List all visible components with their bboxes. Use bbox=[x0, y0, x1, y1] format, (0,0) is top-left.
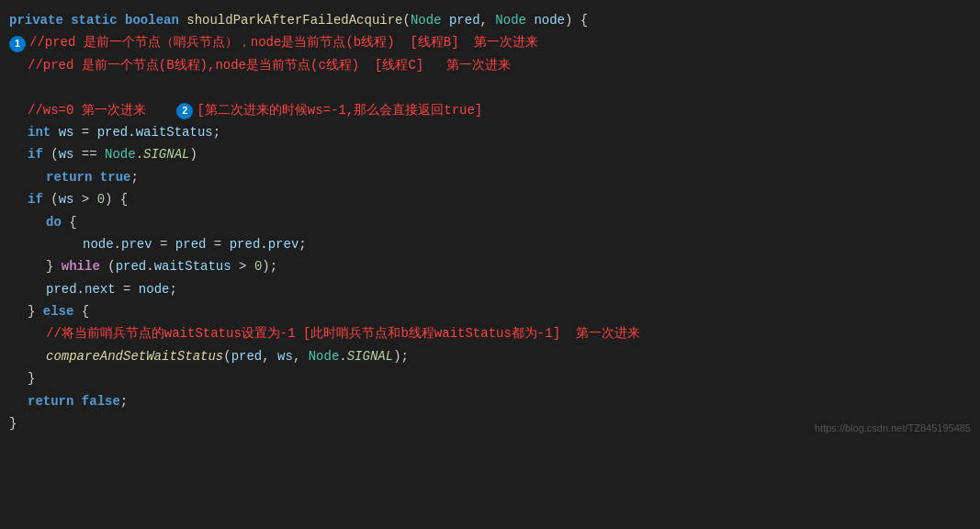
line-14-content: } else { bbox=[9, 301, 971, 321]
code-line-9: if (ws > 0) { bbox=[0, 188, 980, 210]
line-11-content: node.prev = pred = pred.prev; bbox=[9, 234, 971, 254]
code-line-16: compareAndSetWaitStatus(pred, ws, Node.S… bbox=[0, 345, 980, 367]
code-line-10: do { bbox=[0, 211, 980, 233]
code-line-1: private static boolean shouldParkAfterFa… bbox=[0, 9, 980, 31]
code-line-4 bbox=[0, 76, 980, 98]
code-line-2: 1//pred 是前一个节点（哨兵节点），node是当前节点(b线程) [线程B… bbox=[0, 31, 980, 53]
code-line-14: } else { bbox=[0, 300, 980, 322]
line-15-content: //将当前哨兵节点的waitStatus设置为-1 [此时哨兵节点和b线程wai… bbox=[9, 323, 971, 343]
line-16-content: compareAndSetWaitStatus(pred, ws, Node.S… bbox=[9, 346, 971, 366]
code-line-5: //ws=0 第一次进来 2[第二次进来的时候ws=-1,那么会直接返回true… bbox=[0, 99, 980, 121]
line-6-content: int ws = pred.waitStatus; bbox=[9, 122, 971, 142]
code-line-15: //将当前哨兵节点的waitStatus设置为-1 [此时哨兵节点和b线程wai… bbox=[0, 322, 980, 344]
line-7-content: if (ws == Node.SIGNAL) bbox=[9, 144, 971, 164]
code-line-11: node.prev = pred = pred.prev; bbox=[0, 233, 980, 255]
watermark: https://blog.csdn.net/TZ845195485 bbox=[815, 421, 971, 437]
code-line-7: if (ws == Node.SIGNAL) bbox=[0, 143, 980, 165]
line-2-content: 1//pred 是前一个节点（哨兵节点），node是当前节点(b线程) [线程B… bbox=[9, 32, 971, 52]
line-3-content: //pred 是前一个节点(B线程),node是当前节点(c线程) [线程C] … bbox=[9, 55, 971, 75]
code-container: private static boolean shouldParkAfterFa… bbox=[0, 0, 980, 444]
badge-2: 2 bbox=[176, 103, 193, 119]
code-line-6: int ws = pred.waitStatus; bbox=[0, 121, 980, 143]
badge-1: 1 bbox=[9, 36, 26, 52]
line-5-content: //ws=0 第一次进来 2[第二次进来的时候ws=-1,那么会直接返回true… bbox=[9, 100, 971, 120]
code-line-13: pred.next = node; bbox=[0, 278, 980, 300]
line-10-content: do { bbox=[9, 212, 971, 232]
line-9-content: if (ws > 0) { bbox=[9, 189, 971, 209]
line-17-content: } bbox=[9, 368, 971, 388]
line-1-content: private static boolean shouldParkAfterFa… bbox=[9, 10, 971, 30]
code-line-3: //pred 是前一个节点(B线程),node是当前节点(c线程) [线程C] … bbox=[0, 54, 980, 76]
line-18-content: return false; bbox=[9, 391, 971, 411]
code-line-8: return true; bbox=[0, 166, 980, 188]
code-line-17: } bbox=[0, 367, 980, 389]
code-line-12: } while (pred.waitStatus > 0); bbox=[0, 255, 980, 277]
line-12-content: } while (pred.waitStatus > 0); bbox=[9, 256, 971, 276]
code-line-18: return false; bbox=[0, 390, 980, 412]
line-13-content: pred.next = node; bbox=[9, 279, 971, 299]
line-8-content: return true; bbox=[9, 167, 971, 187]
